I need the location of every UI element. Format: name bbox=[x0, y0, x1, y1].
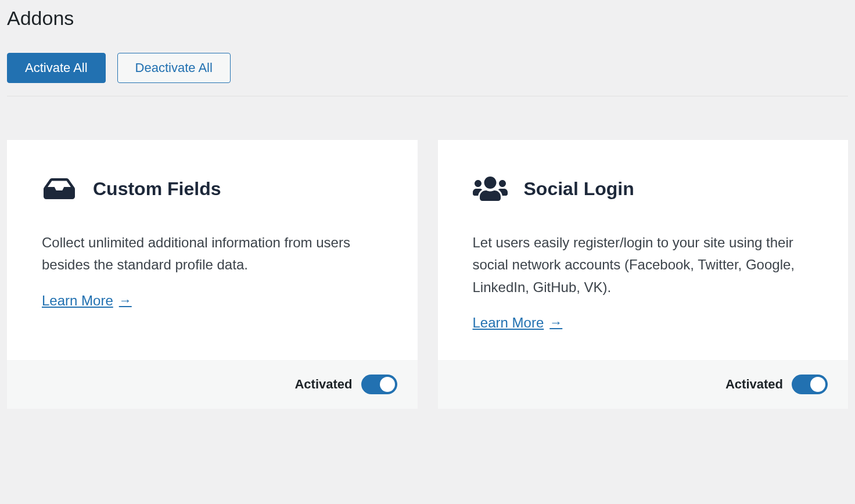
toggle-knob bbox=[810, 377, 825, 392]
addon-description: Let users easily register/login to your … bbox=[473, 232, 814, 298]
learn-more-link[interactable]: Learn More → bbox=[42, 293, 132, 309]
deactivate-all-button[interactable]: Deactivate All bbox=[117, 53, 231, 83]
action-bar: Activate All Deactivate All bbox=[7, 53, 848, 96]
addon-footer: Activated bbox=[438, 360, 849, 409]
page-title: Addons bbox=[7, 7, 848, 30]
addon-card: Social Login Let users easily register/l… bbox=[438, 140, 849, 409]
users-icon bbox=[473, 175, 508, 203]
addon-description: Collect unlimited additional information… bbox=[42, 232, 383, 276]
addon-cards: Custom Fields Collect unlimited addition… bbox=[7, 140, 848, 409]
activation-toggle[interactable] bbox=[361, 375, 397, 394]
arrow-right-icon: → bbox=[549, 315, 562, 330]
activation-toggle[interactable] bbox=[792, 375, 828, 394]
learn-more-label: Learn More bbox=[42, 293, 113, 309]
addon-title: Custom Fields bbox=[93, 178, 221, 200]
inbox-icon bbox=[42, 175, 77, 203]
addon-footer: Activated bbox=[7, 360, 418, 409]
addon-title: Social Login bbox=[524, 178, 634, 200]
status-label: Activated bbox=[294, 377, 352, 392]
arrow-right-icon: → bbox=[119, 293, 132, 308]
learn-more-label: Learn More bbox=[473, 315, 544, 331]
activate-all-button[interactable]: Activate All bbox=[7, 53, 106, 83]
toggle-knob bbox=[380, 377, 395, 392]
addon-card: Custom Fields Collect unlimited addition… bbox=[7, 140, 418, 409]
status-label: Activated bbox=[725, 377, 783, 392]
learn-more-link[interactable]: Learn More → bbox=[473, 315, 563, 331]
